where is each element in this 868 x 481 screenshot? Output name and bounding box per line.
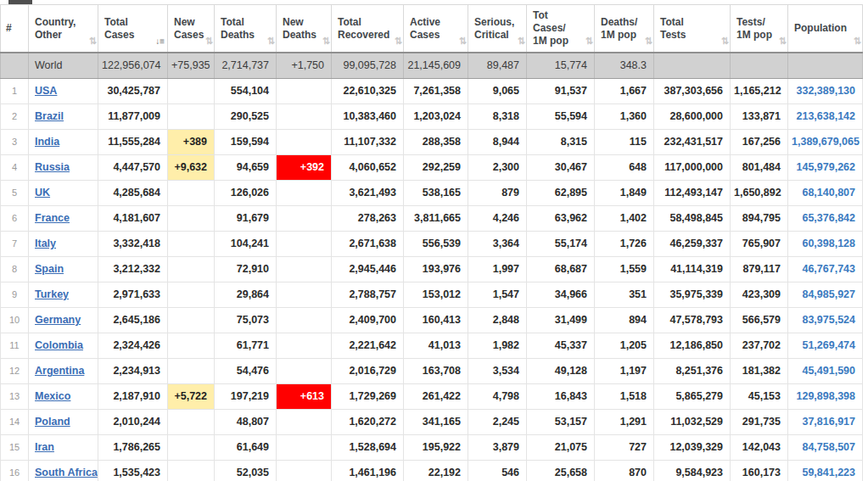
col-header-deaths_1m[interactable]: Deaths/1M pop⇅ [595,5,654,53]
total_recovered-cell: 11,107,332 [332,129,404,154]
tot_cases_1m-cell: 34,966 [527,282,595,307]
col-header-active_cases[interactable]: ActiveCases⇅ [404,5,468,53]
col-header-label: Population [794,22,848,35]
country-link[interactable]: Spain [35,263,64,275]
tests_1m-cell: 894,795 [731,205,788,231]
col-header-country[interactable]: Country,Other⇅ [29,5,98,53]
tot_cases_1m-cell: 68,687 [527,256,595,282]
total_recovered-cell: 4,060,652 [332,154,404,180]
country-cell: South Africa [29,460,98,481]
country-link[interactable]: Brazil [35,110,64,122]
population-cell: 83,975,524 [788,307,863,333]
world-row: World122,956,074+75,9352,714,737+1,75099… [1,53,863,78]
population-cell: 332,389,130 [788,78,863,103]
rank-cell: 8 [1,256,29,282]
new_cases-cell [168,409,215,434]
col-header-label: Active [410,16,454,29]
total_recovered-cell: 2,788,757 [332,282,404,307]
country-row-russia: 4Russia4,447,570+9,63294,659+3924,060,65… [1,154,863,180]
col-header-label: # [6,22,25,35]
serious_critical-cell: 89,487 [468,53,527,78]
tests_1m-cell: 566,579 [731,307,788,333]
rank-cell: 10 [1,307,29,333]
total_tests-cell: 47,578,793 [654,307,731,333]
tests_1m-cell: 160,173 [731,460,788,481]
country-row-argentina: 12Argentina2,234,91354,4762,016,729163,7… [1,358,863,383]
country-row-turkey: 9Turkey2,971,63329,8642,788,757153,0121,… [1,282,863,307]
population-cell: 145,979,262 [788,154,863,180]
tests_1m-cell: 423,309 [731,282,788,307]
col-header-new_cases[interactable]: NewCases⇅ [168,5,215,53]
country-cell: Argentina [29,358,98,383]
total_recovered-cell: 2,409,700 [332,307,404,333]
new_cases-cell [168,256,215,282]
total_tests-cell: 46,259,337 [654,231,731,256]
total_recovered-cell: 1,729,269 [332,383,404,409]
col-header-label: Deaths [221,29,262,42]
country-link[interactable]: Italy [35,238,56,249]
new_deaths-cell [277,129,332,154]
covid-table-container: #Country,Other⇅TotalCases↓≡NewCases⇅Tota… [0,4,862,481]
new_deaths-cell [277,256,332,282]
country-link[interactable]: Mexico [35,390,70,402]
total_tests-cell: 35,975,339 [654,282,731,307]
tot_cases_1m-cell: 55,174 [527,231,595,256]
total_deaths-cell: 126,026 [215,180,277,205]
col-header-tests_1m[interactable]: Tests/1M pop⇅ [731,5,788,53]
total_recovered-cell: 2,016,729 [332,358,404,383]
tests_1m-cell: 1,650,892 [731,180,788,205]
country-link[interactable]: UK [35,187,50,199]
new_cases-cell [168,231,215,256]
col-header-new_deaths[interactable]: NewDeaths⇅ [277,5,332,53]
tot_cases_1m-cell: 25,658 [527,460,595,481]
total_tests-cell: 41,114,319 [654,256,731,282]
total_cases-cell: 4,285,684 [98,180,168,205]
population-cell: 84,985,927 [788,282,863,307]
total_recovered-cell: 2,671,638 [332,231,404,256]
sort-both-icon: ⇅ [395,36,400,46]
col-header-total_cases[interactable]: TotalCases↓≡ [98,5,168,53]
tot_cases_1m-cell: 63,962 [527,205,595,231]
country-cell: Turkey [29,282,98,307]
active_cases-cell: 41,013 [404,333,468,358]
col-header-label: Cases [410,29,454,42]
new_deaths-cell [277,409,332,434]
tests_1m-cell: 142,043 [731,434,788,460]
total_tests-cell: 11,032,529 [654,409,731,434]
col-header-total_recovered[interactable]: TotalRecovered⇅ [332,5,404,53]
country-link[interactable]: Germany [35,314,81,326]
col-header-tot_cases_1m[interactable]: Tot Cases/1M pop⇅ [527,5,595,53]
deaths_1m-cell: 1,849 [595,180,654,205]
total_deaths-cell: 54,476 [215,358,277,383]
total_tests-cell: 9,584,923 [654,460,731,481]
tot_cases_1m-cell: 8,315 [527,129,595,154]
country-link[interactable]: India [35,136,59,148]
country-link[interactable]: Turkey [35,288,69,300]
country-link[interactable]: USA [35,85,57,97]
col-header-population[interactable]: Population⇅ [788,5,863,53]
col-header-serious_critical[interactable]: Serious,Critical⇅ [468,5,527,53]
deaths_1m-cell: 727 [595,434,654,460]
country-link[interactable]: South Africa [35,467,98,478]
col-header-total_deaths[interactable]: TotalDeaths⇅ [215,5,277,53]
country-link[interactable]: Argentina [35,365,84,377]
col-header-label: Recovered [338,29,389,42]
deaths_1m-cell: 115 [595,129,654,154]
col-header-total_tests[interactable]: TotalTests⇅ [654,5,731,53]
country-cell: Mexico [29,383,98,409]
country-link[interactable]: Iran [35,441,54,453]
new_cases-cell [168,434,215,460]
active_cases-cell: 195,922 [404,434,468,460]
serious_critical-cell: 2,848 [468,307,527,333]
country-link[interactable]: Colombia [35,339,83,351]
country-link[interactable]: Russia [35,161,70,173]
total_cases-cell: 2,971,633 [98,282,168,307]
tests_1m-cell [731,53,788,78]
country-link[interactable]: France [35,212,70,224]
total_cases-cell: 4,447,570 [98,154,168,180]
total_tests-cell: 12,039,329 [654,434,731,460]
country-link[interactable]: Poland [35,416,70,428]
serious_critical-cell: 4,246 [468,205,527,231]
deaths_1m-cell: 1,726 [595,231,654,256]
col-header-label: Country, [35,16,84,29]
